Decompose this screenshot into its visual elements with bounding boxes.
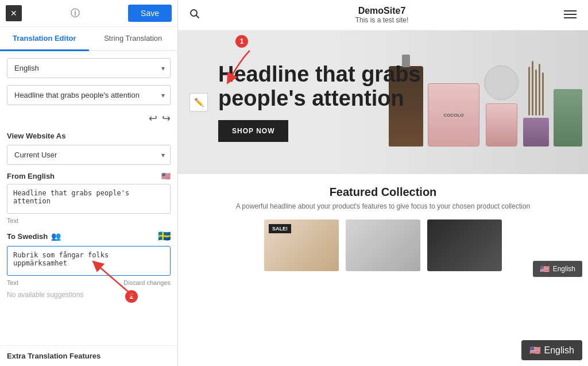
hero-section: 1 ✏️ Headline that grabs people's attent… bbox=[178, 30, 588, 174]
product-card-2 bbox=[346, 219, 420, 271]
hero-headline-line1: Headline that grabs bbox=[218, 62, 421, 86]
close-button[interactable]: ✕ bbox=[6, 5, 22, 21]
language-select[interactable]: English Swedish French bbox=[7, 58, 171, 78]
hero-headline-line2: people's attention bbox=[218, 86, 404, 110]
text-select-wrap: Headline that grabs people's attention ▾ bbox=[7, 85, 171, 105]
site-name: DemoSite7 bbox=[355, 6, 409, 16]
annotation-2-badge-container: 2 bbox=[125, 290, 138, 303]
english-badge[interactable]: 🇺🇸 English bbox=[533, 261, 582, 277]
sale-badge: SALE! bbox=[269, 224, 291, 233]
featured-title: Featured Collection bbox=[189, 186, 577, 199]
arrow-2-svg bbox=[79, 256, 142, 302]
search-button[interactable] bbox=[189, 9, 200, 22]
product-card-img-3 bbox=[427, 219, 502, 271]
tab-translation-editor[interactable]: Translation Editor bbox=[0, 27, 89, 51]
undo-redo-row: ↩ ↪ bbox=[7, 112, 171, 125]
to-lang-header: To Swedish 👥 🇸🇪 bbox=[7, 230, 171, 242]
hero-headline: Headline that grabs people's attention bbox=[218, 63, 421, 111]
product-card-img-2 bbox=[346, 219, 420, 271]
english-language-badge[interactable]: 🇺🇸 English bbox=[521, 340, 582, 360]
product-card-3 bbox=[427, 219, 502, 271]
product-jar-small-1 bbox=[484, 66, 519, 100]
annotation-1: 1 bbox=[235, 35, 248, 48]
hero-edit-button[interactable]: ✏️ bbox=[189, 93, 208, 111]
english-badge-label: English bbox=[553, 265, 575, 273]
featured-subtitle: A powerful headline about your product's… bbox=[211, 202, 555, 210]
panel-tabs: Translation Editor String Translation bbox=[0, 27, 177, 51]
product-card-1: SALE! bbox=[264, 219, 339, 271]
featured-section: Featured Collection A powerful headline … bbox=[178, 174, 588, 283]
from-english-label: From English bbox=[7, 172, 55, 180]
tab-string-translation[interactable]: String Translation bbox=[89, 27, 178, 51]
product-sticks-group bbox=[523, 58, 549, 147]
hero-text-area: Headline that grabs people's attention S… bbox=[218, 63, 421, 142]
info-button[interactable]: ⓘ bbox=[67, 5, 83, 21]
site-header-center: DemoSite7 This is a test site! bbox=[355, 6, 409, 24]
menu-button[interactable] bbox=[564, 9, 577, 22]
flag-se-icon: 🇸🇪 bbox=[158, 230, 171, 242]
site-tagline: This is a test site! bbox=[355, 16, 409, 24]
extra-translation-features-label: Extra Translation Features bbox=[0, 345, 177, 366]
flag-us-icon: 🇺🇸 bbox=[161, 172, 171, 180]
right-panel: DemoSite7 This is a test site! 1 ✏️ bbox=[178, 0, 588, 366]
view-as-dropdown-wrap: Current User Visitor ▾ bbox=[7, 145, 171, 165]
product-jar-pink: COCOLO bbox=[428, 83, 479, 147]
product-jar-tall bbox=[486, 103, 517, 147]
save-button[interactable]: Save bbox=[128, 5, 172, 22]
shop-now-button[interactable]: SHOP NOW bbox=[218, 120, 288, 142]
to-type-label: Text bbox=[7, 279, 18, 286]
from-text-box[interactable] bbox=[7, 184, 171, 214]
view-as-select[interactable]: Current User Visitor bbox=[7, 145, 171, 165]
featured-products: SALE! bbox=[189, 219, 577, 271]
text-select[interactable]: Headline that grabs people's attention bbox=[7, 85, 171, 105]
english-badge-flag-fixed: 🇺🇸 bbox=[529, 345, 541, 356]
language-dropdown-wrap: English Swedish French ▾ bbox=[7, 58, 171, 78]
to-swedish-label: To Swedish bbox=[7, 232, 48, 241]
from-type-label: Text bbox=[7, 217, 171, 224]
undo-button[interactable]: ↩ bbox=[149, 112, 157, 125]
site-header: DemoSite7 This is a test site! bbox=[178, 0, 588, 30]
view-website-as-label: View Website As bbox=[7, 132, 171, 140]
svg-line-1 bbox=[196, 15, 199, 18]
team-icon: 👥 bbox=[51, 232, 61, 241]
redo-button[interactable]: ↪ bbox=[162, 112, 171, 125]
left-panel: ✕ ⓘ Save Translation Editor String Trans… bbox=[0, 0, 178, 366]
from-lang-header: From English 🇺🇸 bbox=[7, 172, 171, 180]
product-green-bottle bbox=[554, 89, 582, 147]
panel-topbar: ✕ ⓘ Save bbox=[0, 0, 177, 27]
english-badge-label-fixed: English bbox=[544, 345, 574, 356]
english-badge-flag: 🇺🇸 bbox=[540, 264, 550, 273]
